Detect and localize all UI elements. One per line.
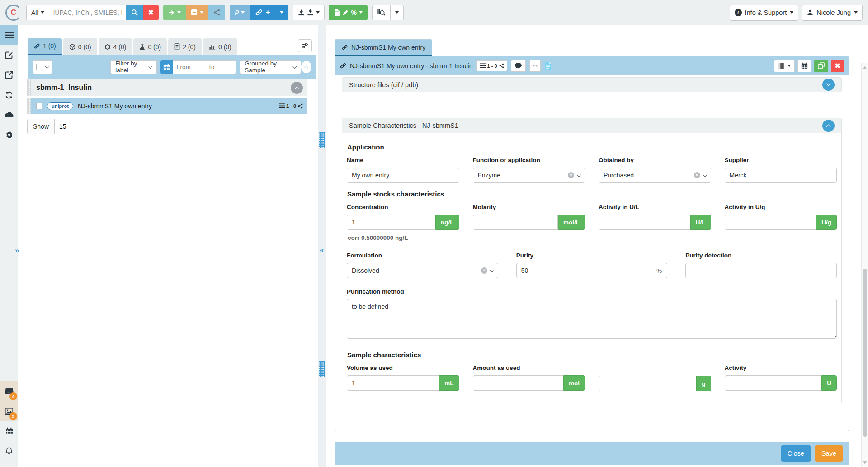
sidebar-item-gallery[interactable]: 3 (0, 401, 18, 421)
name-input[interactable] (347, 168, 459, 183)
filter-by-label-dropdown[interactable]: Filter by label (110, 60, 156, 74)
tab-layout-settings-button[interactable] (298, 39, 312, 52)
molarity-input[interactable] (473, 215, 558, 230)
page-size-input[interactable] (55, 119, 94, 134)
create-element-dropdown[interactable] (275, 5, 288, 20)
detail-tab-sample[interactable]: NJ-sbmmS1 My own entry (335, 39, 432, 56)
report-file-icon[interactable] (544, 61, 552, 70)
search-scope-label: All (31, 9, 38, 16)
select-all-checkbox[interactable] (36, 64, 42, 70)
search-input[interactable] (49, 5, 126, 20)
collapse-section-button[interactable] (822, 120, 835, 132)
activity-ul-input[interactable] (599, 215, 690, 230)
clear-icon[interactable]: ✕ (481, 267, 487, 274)
sidebar-item-share-sync[interactable] (0, 65, 18, 85)
collapse-toolbar-button[interactable] (301, 61, 311, 73)
supplier-input[interactable] (725, 168, 837, 183)
scroll-down-icon[interactable] (863, 461, 867, 464)
select-all-dropdown[interactable] (33, 60, 52, 74)
sample-group-header[interactable]: sbmm-1 Insulin (27, 79, 307, 96)
sidebar-item-cloud[interactable] (0, 105, 18, 125)
row-checkbox[interactable] (36, 103, 42, 109)
print-code-dropdown[interactable] (774, 60, 795, 72)
mass-input[interactable] (599, 376, 696, 391)
expand-structure-files-button[interactable] (822, 79, 835, 91)
copy-button[interactable] (814, 60, 828, 72)
formulation-select[interactable]: Dissolved ✕ (347, 263, 498, 278)
clear-icon[interactable]: ✕ (568, 172, 574, 178)
comments-button[interactable] (511, 60, 526, 72)
sidebar-item-collection-management[interactable] (0, 45, 18, 65)
molecule-picker-button[interactable]: P (230, 5, 250, 20)
sidebar-item-inbox[interactable]: 4 (0, 381, 18, 401)
barcode-scan-button[interactable] (372, 5, 390, 20)
tab-research-plans[interactable]: 2 (0) (168, 38, 202, 55)
sidebar-item-collections[interactable] (0, 25, 18, 45)
info-support-dropdown[interactable]: i Info & Support (730, 5, 799, 21)
date-to-input[interactable] (204, 60, 236, 74)
activity-ug-input[interactable] (725, 215, 816, 230)
date-from-input[interactable] (173, 60, 204, 74)
sidebar-item-sync-refresh[interactable] (0, 85, 18, 105)
concentration-unit-button[interactable]: ng/L (435, 215, 459, 230)
tab-screens[interactable]: 0 (0) (133, 38, 167, 55)
scrollbar-thumb[interactable] (863, 269, 867, 437)
drag-handle-icon[interactable] (27, 79, 31, 96)
drag-handle-icon[interactable] (27, 98, 31, 114)
expand-sidebar-chevron[interactable]: » (15, 246, 19, 255)
amount-as-used-input[interactable] (473, 375, 563, 391)
barcode-scan-dropdown[interactable] (390, 5, 404, 20)
molarity-unit-button[interactable]: mol/L (558, 215, 585, 230)
volume-as-used-input[interactable] (347, 375, 439, 391)
report-button[interactable]: % (329, 5, 367, 20)
collapse-list-chevron[interactable]: « (320, 246, 324, 255)
calendar-button[interactable] (797, 60, 811, 72)
drag-handle-icon[interactable] (319, 132, 325, 148)
clear-icon[interactable]: ✕ (694, 172, 700, 178)
activity-input[interactable] (725, 375, 822, 391)
move-to-collection-button[interactable] (163, 5, 186, 20)
import-export-button[interactable] (293, 5, 325, 20)
purity-detection-input[interactable] (685, 263, 837, 278)
close-button[interactable]: Close (781, 445, 811, 462)
tab-metrics[interactable]: 0 (0) (203, 38, 237, 55)
share-button[interactable] (208, 5, 225, 20)
drag-handle-icon[interactable] (319, 361, 325, 377)
user-menu-dropdown[interactable]: Nicole Jung (802, 5, 863, 21)
tab-reactions[interactable]: 0 (0) (63, 38, 97, 55)
create-element-button[interactable]: + (250, 5, 275, 20)
search-button[interactable] (126, 5, 143, 20)
tab-samples[interactable]: 1 (0) (28, 38, 62, 55)
sample-characteristics-header[interactable]: Sample Characteristics - NJ-sbmmS1 (342, 118, 841, 133)
search-scope-dropdown[interactable]: All (26, 5, 49, 20)
date-filter-button[interactable] (160, 60, 173, 74)
sidebar-item-settings[interactable] (0, 125, 18, 145)
purity-input[interactable] (516, 263, 652, 278)
function-select[interactable]: Enzyme ✕ (473, 168, 585, 183)
sidebar-item-calendar[interactable] (0, 421, 18, 441)
sample-list-row[interactable]: uniprot NJ-sbmmS1 My own entry 1 - 0 (27, 98, 307, 114)
clear-search-button[interactable]: ✖ (143, 5, 159, 20)
remove-from-collection-button[interactable] (186, 5, 208, 20)
vertical-scrollbar[interactable] (861, 63, 868, 467)
activity-unit-button[interactable]: U (821, 375, 837, 391)
purification-method-textarea[interactable]: to be defined (347, 299, 837, 339)
grouped-by-dropdown[interactable]: Grouped by Sample (240, 60, 301, 74)
scroll-up-icon[interactable] (863, 66, 867, 69)
obtained-by-select[interactable]: Purchased ✕ (599, 168, 711, 183)
analyses-counter-button[interactable]: 1 - 0 (476, 60, 507, 71)
activity-ul-unit-button[interactable]: U/L (690, 215, 711, 230)
save-button[interactable]: Save (815, 445, 843, 462)
sidebar-item-notifications[interactable] (0, 441, 18, 461)
collapse-detail-button[interactable] (529, 60, 541, 72)
volume-unit-button[interactable]: mL (439, 375, 459, 391)
mass-unit-button[interactable]: g (696, 376, 711, 391)
close-detail-button[interactable]: ✖ (831, 60, 844, 72)
tab-wellplates[interactable]: 4 (0) (99, 38, 132, 55)
amount-unit-button[interactable]: mol (563, 375, 585, 391)
concentration-input[interactable] (347, 215, 435, 230)
chemotion-logo-icon[interactable]: C (5, 5, 22, 21)
collapse-group-button[interactable] (291, 82, 303, 94)
activity-ug-unit-button[interactable]: U/g (816, 215, 837, 230)
structure-files-header[interactable]: Structure files (cif / pdb) (342, 77, 842, 92)
